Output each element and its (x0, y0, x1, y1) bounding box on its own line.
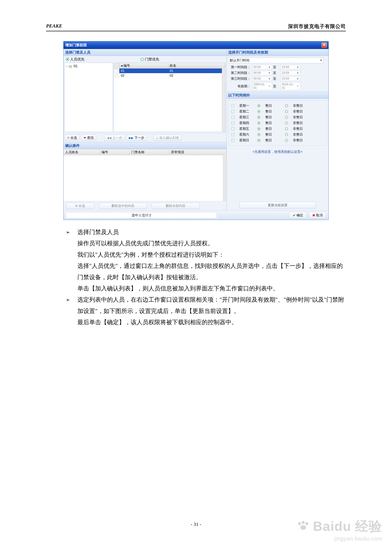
scrollbar[interactable] (223, 154, 227, 201)
para: 单击【加入确认列表】，则人员信息被加入到界面左下角工作窗口的列表中。 (77, 283, 346, 294)
day-row: 星期五整日非整日 (231, 126, 324, 132)
grid-corner (114, 63, 120, 68)
ok-button[interactable]: ✔ 确定 (289, 212, 306, 219)
group-tree[interactable]: ▪ 01 (64, 63, 113, 132)
col-person-name[interactable]: 人员姓名 (64, 149, 100, 155)
tree-item[interactable]: ▪ 01 (66, 64, 112, 68)
col-door-name[interactable]: 门禁名称 (130, 149, 169, 155)
dialog-add-access: 增加门禁权限 ✕ 选择门禁及人员 人员优先 门禁优先 (63, 41, 329, 220)
select-all-icon: ⧉ (75, 204, 78, 208)
day-exception-group: 星期一整日非整日 星期二整日非整日 星期三整日非整日 星期四整日非整日 星期五整… (228, 100, 327, 146)
delete-all-button[interactable]: 删除全部内容 (152, 203, 200, 209)
day-row: 星期二整日非整日 (231, 109, 324, 114)
radio-full-icon[interactable] (257, 104, 260, 107)
day-row: 星期四整日非整日 (231, 120, 324, 126)
col-exception[interactable]: 异常情况 (169, 149, 227, 155)
time1-start[interactable]: 00:00 (252, 65, 272, 69)
brand-left: PEAKE (46, 23, 62, 30)
find-button[interactable]: ❤查找 (81, 135, 96, 141)
next-icon: ▶▶ (129, 136, 134, 140)
to-label: 至 (273, 65, 280, 69)
valid-from[interactable]: 2000-01-01 (252, 82, 272, 90)
confirm-select-all-button[interactable]: ⧉全选 (66, 203, 94, 209)
section-time: 选择开门时间段及有效期 (227, 49, 328, 56)
radio-door-priority[interactable]: 门禁优先 (141, 57, 159, 62)
page-header: PEAKE 深圳市披克电子有限公司 (46, 23, 346, 31)
para: 选定列表中的人员，在右边工作窗口设置权限相关项："开门时间段及有效期"、"例外时… (77, 294, 346, 317)
time3-end[interactable]: 23:59 (281, 76, 300, 81)
label-valid: 有效期： (228, 84, 251, 88)
status-bar: 选中:1 总计:2 (66, 212, 217, 218)
update-settings-button[interactable]: 更新当前设置 (240, 202, 316, 209)
bullet1-title: 选择门禁及人员 (77, 226, 346, 238)
radio-on-icon (66, 58, 69, 61)
day-row: 星期一整日非整日 (231, 103, 324, 109)
titlebar: 增加门禁权限 ✕ (64, 41, 328, 49)
table-row[interactable]: ▸ 01 01 (114, 69, 225, 73)
bullet-icon: ➢ (66, 294, 77, 317)
next-button[interactable]: ▶▶下一步 (126, 135, 147, 141)
prev-button[interactable]: ◀◀上一步 (104, 135, 125, 141)
body-text: ➢ 选择门禁及人员 操作员可以根据人员优先或门禁优先进行人员授权。 我们以"人员… (66, 226, 346, 328)
cross-icon: ✖ (312, 213, 315, 217)
col-id[interactable]: ◂ 编号 (120, 63, 168, 68)
watermark: Baidu 经验 jingyan.baidu.com (297, 518, 382, 542)
scrollbar[interactable] (222, 67, 225, 132)
open-time-dropdown[interactable]: 默认开门时间 (228, 58, 323, 63)
label-time3: 第三时间段： (228, 76, 251, 81)
find-icon: ❤ (84, 136, 86, 140)
radio-off-icon (141, 58, 144, 61)
chevron-down-icon (320, 60, 322, 61)
time2-start[interactable]: 00:00 (252, 71, 272, 75)
para: 操作员可以根据人员优先或门禁优先进行人员授权。 (77, 238, 346, 249)
check-mon[interactable] (231, 104, 234, 107)
table-row[interactable]: 02 02 (114, 73, 225, 78)
para: 最后单击【确定】，该人员权限将被下载到相应的控制器中。 (77, 317, 346, 328)
day-row: 星期六整日非整日 (231, 132, 324, 137)
day-row: 星期三整日非整日 (231, 114, 324, 120)
no-common-setting-note: <无通用设置，使用系统默认设置> (227, 147, 328, 159)
para: 选择"人员优先"，通过窗口左上角的群信息，找到欲授权的人员并选中，点击【下一步】… (77, 260, 346, 283)
select-all-icon: ⧉ (67, 136, 70, 139)
select-all-button[interactable]: ⧉全选 (65, 135, 79, 141)
check-wed[interactable] (231, 116, 234, 119)
col-name[interactable]: 姓名 (168, 63, 225, 68)
check-sun[interactable] (231, 139, 234, 142)
radio-person-priority[interactable]: 人员优先 (66, 57, 85, 62)
close-icon[interactable]: ✕ (321, 43, 327, 48)
confirm-grid[interactable]: 人员姓名 编号 门禁名称 异常情况 (64, 149, 227, 201)
para: 我们以"人员优先"为例，对整个授权过程进行说明如下： (77, 249, 346, 260)
check-fri[interactable] (231, 127, 234, 130)
label-time1: 第一时间段： (228, 65, 251, 69)
day-row: 星期日整日非整日 (231, 137, 324, 143)
delete-selected-button[interactable]: 删除选中的内容 (99, 203, 147, 209)
company-right: 深圳市披克电子有限公司 (288, 23, 346, 30)
bullet-icon: ➢ (66, 226, 77, 238)
cancel-button[interactable]: ✖ 取消 (309, 212, 326, 219)
person-grid[interactable]: ◂ 编号 姓名 ▸ 01 01 02 02 (114, 63, 225, 132)
add-to-list-button[interactable]: ⤓加入确认列表 (153, 135, 182, 141)
section-confirm: 确认操作 (64, 142, 227, 149)
tree-node-icon: ▪ (69, 65, 72, 68)
time1-end[interactable]: 23:59 (281, 65, 300, 69)
radio-notfull-icon[interactable] (285, 104, 288, 107)
prev-icon: ◀◀ (107, 136, 111, 140)
check-tue[interactable] (231, 110, 234, 113)
dialog-title: 增加门禁权限 (65, 43, 87, 48)
priority-radios: 人员优先 门禁优先 (64, 56, 227, 63)
time2-end[interactable]: 23:59 (281, 71, 300, 75)
time3-start[interactable]: 00:00 (252, 76, 272, 81)
valid-to[interactable]: 2019-12-31 (281, 82, 300, 90)
check-icon: ✔ (293, 213, 296, 217)
paw-icon (297, 521, 309, 531)
add-icon: ⤓ (156, 136, 158, 140)
check-thu[interactable] (231, 122, 234, 124)
label-time2: 第二时间段： (228, 71, 251, 75)
check-sat[interactable] (231, 133, 234, 136)
col-person-id[interactable]: 编号 (100, 149, 130, 155)
section-except: 以下时间例外 (227, 92, 328, 99)
section-select-people: 选择门禁及人员 (64, 49, 227, 56)
